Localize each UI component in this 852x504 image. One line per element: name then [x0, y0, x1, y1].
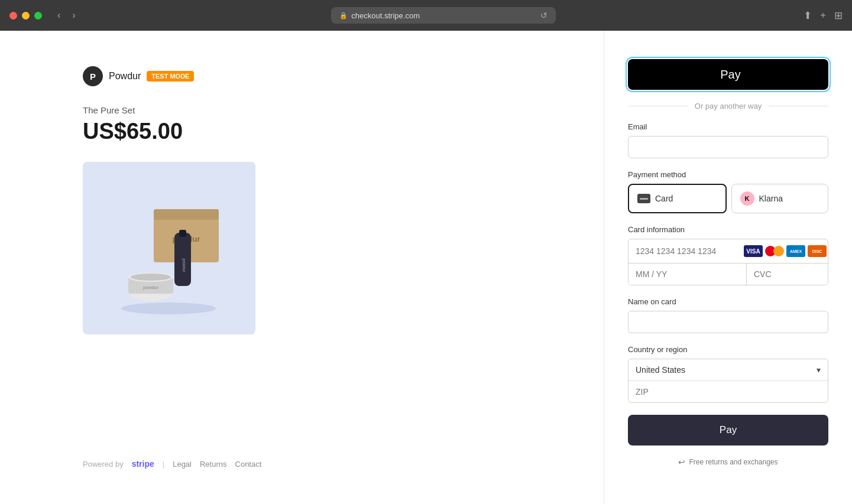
pay-button[interactable]: Pay — [628, 415, 828, 446]
maximize-button[interactable] — [34, 12, 42, 19]
svg-rect-5 — [179, 230, 186, 237]
divider-text: Or pay another way — [695, 102, 762, 110]
back-button[interactable]: ‹ — [54, 8, 64, 23]
browser-chrome: ‹ › 🔒 checkout.stripe.com ↺ ⬆ + ⊞ — [0, 0, 852, 31]
contact-link[interactable]: Contact — [235, 460, 262, 469]
card-tab[interactable]: Card — [628, 184, 727, 213]
payment-method-tabs: Card K Klarna — [628, 184, 828, 213]
svg-text:powdur: powdur — [143, 285, 159, 290]
card-network-icons: VISA AMEX DISC — [744, 245, 827, 257]
svg-rect-2 — [154, 209, 219, 220]
country-select-row[interactable]: United States ▾ — [629, 359, 828, 381]
address-bar[interactable]: 🔒 checkout.stripe.com ↺ — [331, 7, 556, 24]
left-panel: P Powdur TEST MODE The Pure Set US$65.00… — [0, 31, 604, 504]
forward-button[interactable]: › — [69, 8, 79, 23]
chevron-down-icon: ▾ — [817, 365, 821, 375]
card-information-section: Card information VISA AMEX DISC — [628, 225, 828, 285]
discover-icon: DISC — [808, 245, 827, 257]
payment-method-label: Payment method — [628, 170, 828, 179]
payment-method-section: Payment method Card K Klarna — [628, 170, 828, 213]
right-panel: Pay Or pay another way Email Payment met… — [604, 31, 852, 504]
product-image: powdur powdur powdur — [83, 162, 255, 334]
svg-point-10 — [131, 274, 171, 281]
country-region-container: United States ▾ — [628, 359, 828, 403]
share-icon[interactable]: ⬆ — [804, 9, 812, 22]
minimize-button[interactable] — [22, 12, 30, 19]
free-returns: ↩ Free returns and exchanges — [628, 457, 828, 467]
returns-icon: ↩ — [678, 457, 685, 467]
country-selected-value: United States — [636, 365, 817, 375]
test-mode-badge: TEST MODE — [147, 71, 194, 82]
expiry-input[interactable] — [629, 264, 747, 285]
visa-icon: VISA — [744, 245, 763, 257]
legal-link[interactable]: Legal — [173, 460, 192, 469]
close-button[interactable] — [9, 12, 17, 19]
product-image-svg: powdur powdur powdur — [83, 162, 255, 334]
new-tab-icon[interactable]: + — [820, 9, 826, 21]
product-price: US$65.00 — [83, 119, 556, 144]
brand-logo: P — [83, 66, 103, 86]
zip-input[interactable] — [629, 381, 828, 402]
country-region-section: Country or region United States ▾ — [628, 345, 828, 403]
free-returns-text: Free returns and exchanges — [689, 458, 778, 466]
country-region-label: Country or region — [628, 345, 828, 354]
lock-icon: 🔒 — [339, 12, 348, 19]
browser-right-controls: ⬆ + ⊞ — [804, 9, 843, 22]
browser-navigation: ‹ › — [54, 8, 79, 23]
divider-right — [769, 106, 828, 106]
email-input[interactable] — [628, 136, 828, 158]
card-icon — [637, 194, 650, 203]
divider-left — [628, 106, 688, 106]
stripe-logo: stripe — [132, 459, 154, 469]
cvc-input[interactable] — [747, 264, 828, 285]
card-number-row: VISA AMEX DISC — [629, 239, 828, 264]
product-name: The Pure Set — [83, 105, 556, 115]
powered-by-text: Powered by — [83, 460, 124, 469]
klarna-tab[interactable]: K Klarna — [731, 184, 829, 213]
klarna-logo: K — [740, 191, 754, 206]
card-fields: VISA AMEX DISC — [628, 239, 828, 285]
card-number-input[interactable] — [636, 246, 739, 256]
address-bar-wrapper: 🔒 checkout.stripe.com ↺ — [91, 7, 796, 24]
name-on-card-section: Name on card — [628, 297, 828, 333]
tabs-icon[interactable]: ⊞ — [834, 9, 843, 22]
card-bottom-row — [629, 264, 828, 285]
reload-icon[interactable]: ↺ — [540, 11, 548, 20]
amex-icon: AMEX — [786, 245, 805, 257]
brand-header: P Powdur TEST MODE — [83, 66, 556, 86]
name-on-card-label: Name on card — [628, 297, 828, 306]
name-on-card-input[interactable] — [628, 311, 828, 333]
email-section: Email — [628, 122, 828, 158]
traffic-lights — [9, 12, 42, 19]
svg-point-12 — [121, 303, 216, 314]
klarna-tab-label: Klarna — [759, 194, 783, 203]
apple-pay-button[interactable]: Pay — [628, 59, 828, 90]
brand-name: Powdur — [109, 71, 141, 82]
divider-row: Or pay another way — [628, 102, 828, 110]
footer-links: Powered by stripe | Legal Returns Contac… — [83, 435, 556, 469]
svg-text:powdur: powdur — [182, 259, 186, 273]
page: P Powdur TEST MODE The Pure Set US$65.00… — [0, 31, 852, 504]
apple-pay-label: Pay — [720, 68, 740, 82]
email-label: Email — [628, 122, 828, 131]
mastercard-icon — [765, 245, 784, 257]
card-tab-label: Card — [655, 194, 673, 203]
returns-link[interactable]: Returns — [200, 460, 227, 469]
pay-button-label: Pay — [720, 424, 737, 435]
card-info-label: Card information — [628, 225, 828, 234]
url-text: checkout.stripe.com — [351, 11, 420, 20]
